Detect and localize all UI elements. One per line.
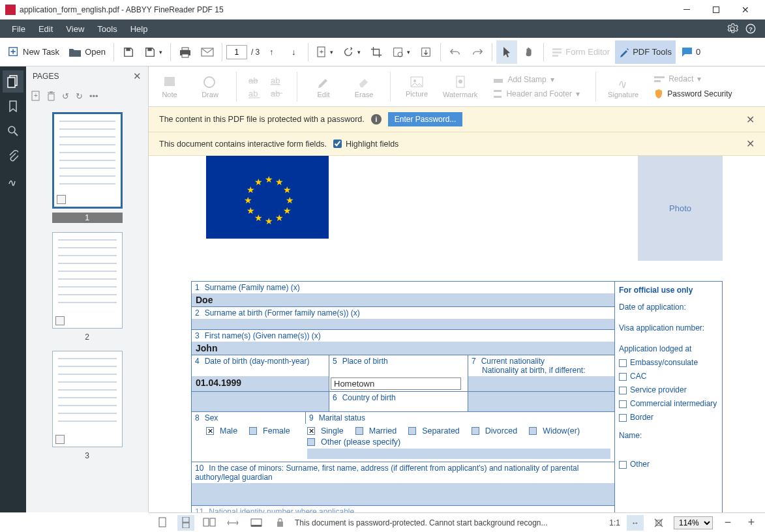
married-checkbox[interactable]: [355, 427, 363, 435]
form-editor-button[interactable]: Form Editor: [548, 40, 614, 64]
open-button[interactable]: Open: [65, 40, 110, 64]
pages-tab-icon[interactable]: [3, 70, 23, 93]
picture-tool[interactable]: Picture: [402, 76, 431, 98]
close-password-banner[interactable]: ✕: [746, 113, 755, 126]
pages-panel-close[interactable]: ✕: [133, 70, 142, 82]
add-stamp-button[interactable]: Add Stamp ▾: [489, 73, 584, 86]
help-icon[interactable]: ?: [742, 20, 760, 38]
draw-tool[interactable]: Draw: [196, 75, 224, 98]
highlight-under-icon[interactable]: ab: [248, 88, 263, 98]
minimize-button[interactable]: [672, 0, 701, 20]
undo-button[interactable]: [445, 40, 466, 64]
minors-field[interactable]: [192, 483, 614, 505]
page-number-input[interactable]: [226, 45, 247, 59]
service-checkbox[interactable]: [619, 387, 627, 394]
redo-button[interactable]: [467, 40, 488, 64]
rotate-right-icon[interactable]: ↻: [76, 91, 83, 101]
delete-page-icon[interactable]: [47, 91, 55, 101]
page-thumbnail[interactable]: [52, 112, 123, 209]
male-checkbox[interactable]: [206, 427, 214, 435]
place-birth-input[interactable]: Hometown: [331, 377, 461, 390]
nationality-field[interactable]: [468, 376, 614, 391]
rotate-left-icon[interactable]: ↺: [62, 91, 69, 101]
actual-size-icon[interactable]: [650, 515, 667, 531]
surname-value[interactable]: Doe: [192, 293, 614, 306]
menu-help[interactable]: Help: [124, 20, 155, 38]
embassy-checkbox[interactable]: [619, 359, 627, 367]
continuous-page-icon[interactable]: [177, 515, 194, 531]
ocr-button[interactable]: ▾: [388, 40, 414, 64]
erase-tool[interactable]: Erase: [350, 75, 378, 98]
close-button[interactable]: ✕: [730, 0, 760, 20]
menu-tools[interactable]: Tools: [91, 20, 123, 38]
pointer-tool[interactable]: [496, 40, 517, 64]
other-checkbox[interactable]: [619, 461, 627, 469]
signature-tool[interactable]: Signature: [608, 75, 638, 98]
divorced-checkbox[interactable]: [472, 427, 479, 435]
page-up-button[interactable]: ↑: [261, 40, 282, 64]
widow-checkbox[interactable]: [529, 427, 537, 435]
page-thumbnail[interactable]: [52, 232, 123, 329]
hand-tool[interactable]: [518, 40, 539, 64]
pages-panel: PAGES ✕ + ↺ ↻ ••• 123: [26, 66, 149, 512]
fullscreen-icon[interactable]: [248, 515, 265, 531]
firstname-value[interactable]: John: [192, 342, 614, 355]
commercial-checkbox[interactable]: [619, 400, 627, 408]
rotate-button[interactable]: ▾: [338, 40, 365, 64]
maximize-button[interactable]: [701, 0, 730, 20]
edit-tool[interactable]: Edit: [309, 75, 338, 98]
double-strike-icon[interactable]: ab: [271, 88, 285, 98]
female-checkbox[interactable]: [249, 427, 257, 435]
add-page-button[interactable]: +▾: [312, 40, 337, 64]
menu-edit[interactable]: Edit: [32, 20, 59, 38]
fit-width-icon[interactable]: [224, 515, 241, 531]
search-tab-icon[interactable]: [3, 120, 23, 142]
watermark-tool[interactable]: Watermark: [443, 75, 477, 98]
page-thumbnail[interactable]: [52, 351, 123, 447]
crop-button[interactable]: [366, 40, 387, 64]
single-checkbox[interactable]: [307, 427, 315, 435]
attachments-tab-icon[interactable]: [3, 145, 23, 167]
fit-page-width-icon[interactable]: ↔: [627, 515, 644, 531]
page-down-button[interactable]: ↓: [283, 40, 304, 64]
comments-button[interactable]: 0: [677, 40, 704, 64]
highlight-fields-checkbox[interactable]: [333, 140, 342, 148]
border-checkbox[interactable]: [619, 414, 627, 422]
zoom-out-button[interactable]: −: [719, 515, 736, 531]
underline-icon[interactable]: ab: [271, 75, 285, 85]
zoom-select[interactable]: 114%: [674, 516, 713, 529]
surname-birth-field[interactable]: [192, 319, 614, 329]
settings-icon[interactable]: [723, 20, 742, 38]
header-footer-button[interactable]: Header and Footer ▾: [489, 87, 584, 100]
note-tool[interactable]: Note: [155, 75, 184, 98]
redact-button[interactable]: Redact ▾: [650, 72, 736, 85]
two-page-icon[interactable]: [201, 515, 218, 531]
export-button[interactable]: [415, 40, 436, 64]
zoom-in-button[interactable]: +: [743, 515, 760, 531]
password-security-button[interactable]: Password Security: [650, 87, 736, 101]
save-button[interactable]: [118, 40, 139, 64]
cac-checkbox[interactable]: [619, 373, 627, 381]
save-as-button[interactable]: ▾: [140, 40, 166, 64]
menu-view[interactable]: View: [59, 20, 91, 38]
pdf-tools-button[interactable]: PDF Tools: [615, 40, 676, 64]
close-form-banner[interactable]: ✕: [746, 138, 755, 150]
document-viewport[interactable]: ★★★★★★★★★★★★ Photo For official use only…: [149, 156, 765, 512]
other-marital-field[interactable]: [307, 449, 610, 459]
add-blank-page-icon[interactable]: +: [31, 91, 40, 101]
separated-checkbox[interactable]: [408, 427, 416, 435]
new-task-button[interactable]: New Task: [4, 40, 63, 64]
other-marital-checkbox[interactable]: [307, 438, 315, 446]
zoom-ratio[interactable]: 1:1: [609, 518, 620, 527]
more-icon[interactable]: •••: [89, 91, 98, 101]
email-button[interactable]: [197, 40, 218, 64]
single-page-icon[interactable]: [154, 515, 171, 531]
bookmarks-tab-icon[interactable]: [3, 95, 23, 117]
enter-password-button[interactable]: Enter Password...: [388, 112, 463, 126]
menu-file[interactable]: File: [5, 20, 32, 38]
signatures-tab-icon[interactable]: [3, 170, 23, 192]
info-icon[interactable]: i: [371, 114, 382, 125]
print-button[interactable]: [175, 40, 196, 64]
strikethrough-icon[interactable]: ab: [248, 75, 263, 85]
dob-value[interactable]: 01.04.1999: [192, 376, 329, 391]
